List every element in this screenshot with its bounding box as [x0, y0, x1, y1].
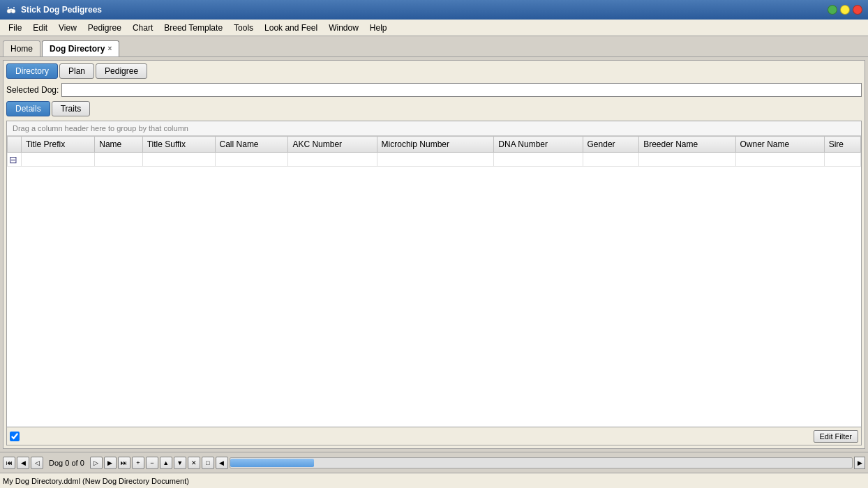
filter-sire [824, 153, 860, 167]
col-title-suffix[interactable]: Title Suffix [142, 137, 215, 153]
bottom-checkbox[interactable] [10, 432, 20, 441]
window-controls [828, 5, 862, 15]
nav-status: Dog 0 of 0 [45, 459, 89, 467]
dog-table: Title Prefix Name Title Suffix Call Name… [7, 136, 861, 167]
filter-row: ⊟ [8, 153, 861, 167]
menu-help[interactable]: Help [364, 22, 393, 34]
menu-view[interactable]: View [53, 22, 82, 34]
tab-dog-directory-label: Dog Directory [50, 44, 105, 54]
menu-tools[interactable]: Tools [228, 22, 259, 34]
col-title-prefix[interactable]: Title Prefix [22, 137, 95, 153]
filter-owner [735, 153, 824, 167]
filter-microchip [377, 153, 494, 167]
nav-scroll-left-button[interactable]: ◀ [216, 457, 228, 469]
menu-window[interactable]: Window [323, 22, 364, 34]
col-dna-number[interactable]: DNA Number [494, 137, 583, 153]
nav-scrollbar-thumb[interactable] [230, 459, 314, 467]
drag-hint: Drag a column header here to group by th… [7, 121, 861, 136]
table-bottom-bar: Edit Filter [7, 427, 861, 445]
app-icon [6, 4, 17, 15]
menu-edit[interactable]: Edit [27, 22, 53, 34]
traits-button[interactable]: Traits [52, 101, 91, 116]
nav-bar: ⏮ ◀ ◁ Dog 0 of 0 ▷ ▶ ⏭ + − ▲ ▼ ✕ □ ◀ ▶ [0, 452, 868, 473]
svg-point-2 [8, 7, 9, 8]
filter-title-prefix [22, 153, 95, 167]
app-title: Stick Dog Pedigrees [21, 5, 102, 15]
status-text: My Dog Directory.ddml (New Dog Directory… [3, 477, 189, 485]
checkbox-container [10, 432, 20, 441]
action-btn-row: Details Traits [6, 101, 862, 116]
col-name[interactable]: Name [95, 137, 142, 153]
bottom-left [10, 432, 20, 441]
details-button[interactable]: Details [6, 101, 50, 116]
nav-refresh-button[interactable]: □ [202, 457, 214, 469]
tab-home-label: Home [10, 44, 33, 54]
filter-akc [288, 153, 377, 167]
nav-next-page-button[interactable]: ▶ [104, 457, 117, 469]
nav-first-button[interactable]: ⏮ [3, 457, 15, 469]
tab-home[interactable]: Home [3, 40, 40, 56]
status-bar: My Dog Directory.ddml (New Dog Directory… [0, 473, 868, 488]
sub-tab-plan[interactable]: Plan [59, 63, 94, 79]
col-akc-number[interactable]: AKC Number [288, 137, 377, 153]
inner-panel: Directory Plan Pedigree Selected Dog: De… [3, 60, 865, 449]
menu-breed-template[interactable]: Breed Template [158, 22, 228, 34]
filter-gender [583, 153, 639, 167]
col-breeder-name[interactable]: Breeder Name [639, 137, 735, 153]
close-button[interactable] [853, 5, 862, 15]
col-indicator [8, 137, 22, 153]
col-sire[interactable]: Sire [824, 137, 860, 153]
edit-filter-button[interactable]: Edit Filter [814, 430, 858, 443]
table-header-row: Title Prefix Name Title Suffix Call Name… [8, 137, 861, 153]
col-call-name[interactable]: Call Name [215, 137, 288, 153]
nav-delete-button[interactable]: ✕ [188, 457, 200, 469]
minimize-button[interactable] [840, 5, 850, 15]
selected-dog-label: Selected Dog: [6, 85, 59, 95]
nav-add-button[interactable]: + [132, 457, 144, 469]
col-gender[interactable]: Gender [583, 137, 639, 153]
selected-dog-row: Selected Dog: [6, 83, 862, 97]
filter-icon: ⊟ [9, 154, 17, 165]
nav-up-button[interactable]: ▲ [160, 457, 172, 469]
nav-prev-page-button[interactable]: ◀ [17, 457, 29, 469]
nav-remove-button[interactable]: − [146, 457, 158, 469]
nav-prev-button[interactable]: ◁ [31, 457, 43, 469]
main-content: Directory Plan Pedigree Selected Dog: De… [0, 57, 868, 452]
menu-look-and-feel[interactable]: Look and Feel [259, 22, 323, 34]
svg-point-3 [13, 7, 15, 8]
col-owner-name[interactable]: Owner Name [735, 137, 824, 153]
filter-title-suffix [142, 153, 215, 167]
nav-last-button[interactable]: ⏭ [118, 457, 130, 469]
nav-scroll-right-button[interactable]: ▶ [854, 457, 865, 469]
title-bar-left: Stick Dog Pedigrees [6, 4, 102, 15]
sub-tab-directory[interactable]: Directory [6, 63, 58, 79]
filter-name [95, 153, 142, 167]
table-wrapper[interactable]: Title Prefix Name Title Suffix Call Name… [7, 136, 861, 427]
sub-tab-bar: Directory Plan Pedigree [6, 63, 862, 79]
menu-file[interactable]: File [3, 22, 27, 34]
col-microchip-number[interactable]: Microchip Number [377, 137, 494, 153]
title-bar: Stick Dog Pedigrees [0, 0, 868, 20]
nav-down-button[interactable]: ▼ [174, 457, 186, 469]
filter-breeder [639, 153, 735, 167]
tab-bar: Home Dog Directory × [0, 36, 868, 57]
menu-chart[interactable]: Chart [127, 22, 158, 34]
filter-dna [494, 153, 583, 167]
nav-next-button[interactable]: ▷ [90, 457, 103, 469]
filter-icon-cell: ⊟ [8, 153, 22, 167]
menu-bar: File Edit View Pedigree Chart Breed Temp… [0, 20, 868, 36]
sub-tab-pedigree[interactable]: Pedigree [96, 63, 147, 79]
table-container: Drag a column header here to group by th… [6, 121, 862, 445]
filter-call-name [215, 153, 288, 167]
menu-pedigree[interactable]: Pedigree [82, 22, 127, 34]
tab-dog-directory[interactable]: Dog Directory × [42, 40, 119, 56]
tab-close-icon[interactable]: × [107, 45, 112, 52]
selected-dog-input[interactable] [61, 83, 862, 97]
nav-scrollbar[interactable] [230, 457, 853, 468]
maximize-button[interactable] [828, 5, 837, 15]
